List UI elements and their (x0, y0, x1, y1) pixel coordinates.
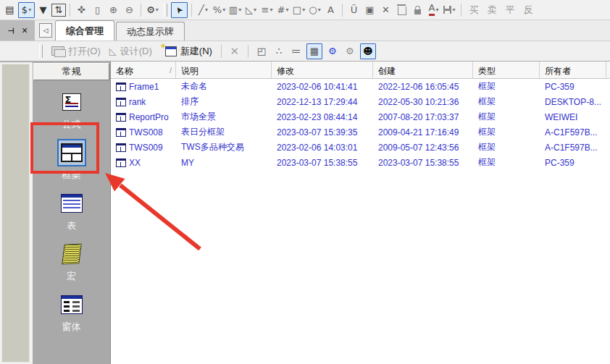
table-row[interactable]: TWS009 TWS多品种交易 2023-02-06 14:03:01 2009… (111, 140, 610, 155)
rectangle-tool-button[interactable]: □▾ (291, 3, 306, 17)
column-header-modified[interactable]: 修改 (272, 62, 373, 78)
settings-gear-dropdown[interactable]: ⚙▾ (145, 3, 160, 17)
sidebar-item-label: 表 (67, 219, 76, 232)
cell-modified: 2023-02-23 08:44:14 (272, 112, 373, 122)
reverse-position-button[interactable]: 反 (519, 3, 537, 17)
circle-tool-button[interactable]: ○▾ (307, 3, 322, 17)
category-general-button[interactable]: 常规 (33, 63, 109, 80)
cell-name: TWS009 (129, 143, 163, 153)
lock-icon (414, 9, 421, 14)
cell-type: 框架 (473, 156, 540, 169)
select-cursor-button[interactable]: ➤ (171, 2, 188, 18)
cell-description: TWS多品种交易 (176, 141, 272, 153)
delete-object-button[interactable]: ✕ (378, 3, 393, 17)
percent-icon: % (213, 4, 222, 15)
toolbar-separator (461, 4, 461, 17)
design-icon: ◺ (109, 46, 117, 56)
sell-button[interactable]: 卖 (483, 3, 501, 17)
lock-button[interactable] (410, 3, 425, 17)
panel-controls: ⊤ ✕ (0, 20, 35, 41)
table-row[interactable]: XX MY 2023-03-07 15:38:55 2023-03-07 15:… (111, 155, 610, 170)
caret-icon: ▾ (452, 7, 455, 13)
font-color-dropdown[interactable]: A▾ (426, 3, 441, 17)
annotation-highlight-box (30, 122, 99, 174)
percent-tool-button[interactable]: %▾ (212, 3, 227, 17)
column-header-name[interactable]: 名称/ (111, 62, 176, 78)
barcode-tool-button[interactable]: ▥▾ (227, 3, 243, 17)
caret-icon: ▾ (254, 7, 256, 13)
save-dropdown[interactable]: ▾ (442, 3, 457, 17)
column-header-filler (606, 62, 610, 78)
delete-item-button[interactable]: ✕ (227, 44, 242, 59)
table-row[interactable]: Frame1 未命名 2023-02-06 10:41:41 2022-12-0… (111, 79, 610, 94)
cell-description: MY (176, 158, 272, 168)
save-icon (443, 6, 451, 14)
table-row[interactable]: TWS008 表日分框架 2023-03-07 15:39:35 2009-04… (111, 124, 610, 140)
pin-icon[interactable]: ⊤ (6, 27, 15, 34)
group-tool-button[interactable]: ▣ (362, 3, 377, 17)
close-position-button[interactable]: 平 (501, 3, 519, 17)
close-panel-icon[interactable]: ✕ (21, 26, 28, 35)
tab-dynamic-display-board[interactable]: 动态显示牌 (116, 22, 185, 41)
cursor-arrow-icon: ➤ (173, 4, 185, 15)
design-button[interactable]: ◺设计(D) (106, 43, 155, 59)
view-small-icons-button[interactable]: ∴ (272, 44, 286, 59)
buy-button[interactable]: 买 (465, 3, 482, 17)
form-window-icon (61, 295, 83, 314)
caret-icon: ▾ (270, 7, 272, 13)
cell-owner: PC-359 (540, 82, 606, 92)
column-header-type[interactable]: 类型 (473, 62, 540, 78)
caret-icon: ▾ (205, 7, 208, 13)
font-color-icon: A (429, 4, 435, 16)
cell-type: 框架 (473, 80, 540, 93)
table-row[interactable]: rank 排序 2022-12-13 17:29:44 2022-05-30 1… (111, 94, 610, 109)
tab-comprehensive-management[interactable]: 综合管理 (55, 20, 114, 41)
table-row[interactable]: ReportPro 市场全景 2023-02-23 08:44:14 2007-… (111, 109, 610, 124)
sidebar-item-form[interactable]: 窗体 (57, 291, 86, 334)
caret-icon: ▾ (222, 7, 225, 13)
filter-icon[interactable]: ▼ (35, 3, 51, 17)
cell-owner: PC-359 (540, 158, 606, 168)
settings-blue-gear-button[interactable]: ⚙ (325, 44, 340, 59)
caret-icon: ▾ (238, 7, 241, 13)
toolbar-separator (221, 45, 222, 58)
zoom-out-icon[interactable]: ⊖ (122, 3, 137, 17)
draw-line-button[interactable]: ╱▾ (196, 3, 211, 17)
angle-icon: ◺ (246, 4, 253, 15)
view-large-icons-button[interactable]: ◰ (254, 44, 269, 59)
new-button[interactable]: ✳新建(N) (158, 43, 215, 59)
open-button[interactable]: 打开(O) (49, 43, 104, 59)
text-tool-button[interactable]: A (323, 3, 338, 17)
cell-created: 2009-05-07 12:43:56 (373, 143, 473, 153)
cell-name: Frame1 (129, 82, 159, 92)
sidebar-item-macro[interactable]: 宏 (57, 240, 86, 283)
cell-description: 未命名 (176, 80, 272, 93)
user-head-button[interactable]: ☻ (360, 43, 376, 59)
zoom-in-icon[interactable]: ⊕ (106, 3, 121, 17)
align-tool-button[interactable]: ≡▾ (259, 3, 275, 17)
sort-icon[interactable]: ⇅ (51, 4, 66, 17)
cell-name: ReportPro (129, 112, 169, 122)
view-list-button[interactable]: ≔ (289, 44, 304, 59)
sidebar-item-table[interactable]: 表 (57, 190, 86, 232)
move-icon[interactable]: ✜ (74, 3, 89, 17)
settings-gray-gear-button[interactable]: ⚙ (343, 44, 357, 59)
view-details-button[interactable]: ▦ (306, 43, 322, 59)
column-header-created[interactable]: 创建 (373, 62, 473, 78)
trash-button[interactable] (394, 3, 409, 17)
grid-tool-button[interactable]: #▾ (275, 3, 291, 17)
column-header-owner[interactable]: 所有者 (540, 62, 606, 78)
frame-item-icon (116, 113, 126, 122)
cell-type: 框架 (473, 111, 540, 123)
open-icon (51, 46, 64, 56)
toolbar-grip (39, 45, 43, 58)
collapsed-dock-panel[interactable] (1, 64, 30, 363)
currency-dropdown-button[interactable]: $▾ (18, 2, 35, 18)
tab-scroll-left-button[interactable]: ◁ (39, 23, 52, 38)
form-icon[interactable]: ▤ (2, 3, 17, 17)
caret-icon: ▾ (156, 7, 159, 13)
ruler-icon[interactable]: ▯ (90, 3, 105, 17)
angle-tool-button[interactable]: ◺▾ (243, 3, 259, 17)
column-header-description[interactable]: 说明 (176, 62, 272, 78)
union-tool-button[interactable]: Ü (346, 3, 362, 17)
